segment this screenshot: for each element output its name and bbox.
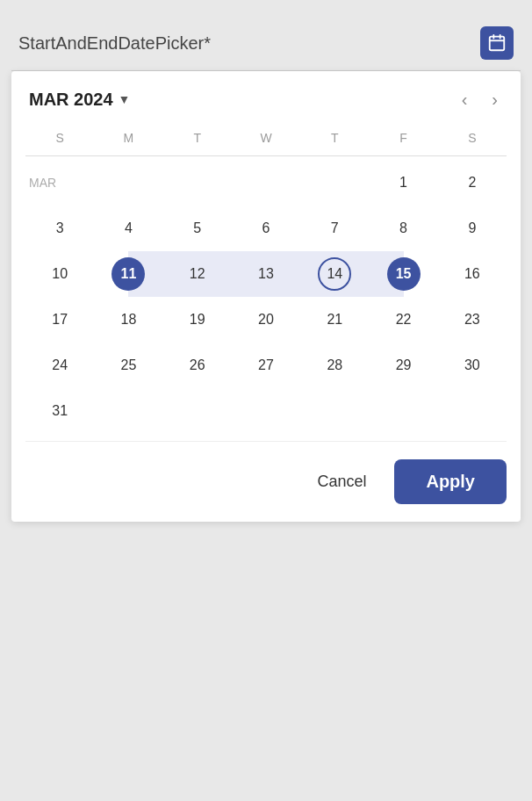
day-cell-26[interactable]: 26	[163, 343, 232, 388]
weekday-tue: T	[163, 127, 232, 148]
date-picker-container: MAR 2024 ▼ ‹ › S M T W T F S MAR 1	[11, 71, 521, 522]
day-num-21: 21	[318, 303, 351, 336]
day-num-19: 19	[181, 303, 214, 336]
day-num-14: 14	[318, 257, 351, 291]
day-cell-empty-c	[232, 388, 300, 434]
day-cell-3[interactable]: 3	[25, 206, 94, 251]
day-cell-25[interactable]: 25	[94, 343, 162, 388]
day-cell-18[interactable]: 18	[94, 297, 162, 343]
day-cell-28[interactable]: 28	[300, 343, 369, 388]
day-num-30: 30	[456, 349, 489, 382]
day-cell-empty-b	[163, 388, 232, 434]
month-name-label: MAR	[29, 176, 56, 190]
day-cell-31[interactable]: 31	[25, 388, 94, 434]
calendar-grid: MAR 1 2 3 4 5 6 7 8 9 10 1	[25, 160, 507, 434]
day-num-26: 26	[181, 349, 214, 382]
day-cell-23[interactable]: 23	[438, 297, 507, 343]
week-row-2: 10 11 12 13 14 15 16	[25, 251, 507, 297]
weekday-wed: W	[232, 127, 300, 148]
day-cell-11[interactable]: 11	[94, 251, 162, 297]
day-cell-12[interactable]: 12	[163, 251, 232, 297]
day-num-9: 9	[456, 212, 489, 245]
day-cell-14[interactable]: 14	[300, 251, 369, 297]
page-title: StartAndEndDatePicker*	[18, 33, 211, 54]
day-num-15: 15	[387, 257, 421, 291]
day-num-2: 2	[456, 166, 489, 199]
nav-arrows: ‹ ›	[457, 89, 503, 110]
next-month-button[interactable]: ›	[486, 89, 503, 110]
day-num-23: 23	[456, 303, 489, 336]
day-cell-24[interactable]: 24	[25, 343, 94, 388]
weekday-fri: F	[369, 127, 437, 148]
calendar-icon	[487, 33, 507, 53]
day-num-16: 16	[456, 257, 489, 291]
day-cell-20[interactable]: 20	[232, 297, 300, 343]
day-num-24: 24	[43, 349, 76, 382]
dropdown-arrow-icon: ▼	[119, 92, 131, 106]
day-cell-empty-f	[438, 388, 507, 434]
day-cell-empty-3	[232, 160, 300, 206]
day-num-11: 11	[111, 257, 145, 291]
day-cell-9[interactable]: 9	[438, 206, 507, 251]
day-num-13: 13	[249, 257, 283, 291]
day-num-8: 8	[387, 212, 421, 245]
day-cell-29[interactable]: 29	[369, 343, 437, 388]
day-num-1: 1	[387, 166, 421, 199]
footer: Cancel Apply	[25, 441, 507, 504]
month-year-text: MAR 2024	[29, 90, 113, 110]
week-row-1: 3 4 5 6 7 8 9	[25, 206, 507, 251]
day-cell-empty-1	[94, 160, 162, 206]
day-num-25: 25	[111, 349, 145, 382]
day-cell-empty-a	[94, 388, 162, 434]
day-cell-empty-e	[369, 388, 437, 434]
day-cell-19[interactable]: 19	[163, 297, 232, 343]
week-row-0: MAR 1 2	[25, 160, 507, 206]
day-cell-8[interactable]: 8	[369, 206, 437, 251]
weekday-mon: M	[94, 127, 162, 148]
month-name-cell: MAR	[25, 160, 94, 206]
day-cell-10[interactable]: 10	[25, 251, 94, 297]
day-num-3: 3	[43, 212, 76, 245]
week-row-3: 17 18 19 20 21 22 23	[25, 297, 507, 343]
day-cell-4[interactable]: 4	[94, 206, 162, 251]
prev-month-button[interactable]: ‹	[457, 89, 473, 110]
day-cell-17[interactable]: 17	[25, 297, 94, 343]
day-num-12: 12	[181, 257, 214, 291]
weekday-header: S M T W T F S	[25, 127, 507, 156]
day-cell-5[interactable]: 5	[163, 206, 232, 251]
day-cell-2[interactable]: 2	[438, 160, 507, 206]
week-row-5: 31	[25, 388, 507, 434]
weekday-sat: S	[438, 127, 507, 148]
month-navigation: MAR 2024 ▼ ‹ ›	[25, 89, 507, 110]
day-num-29: 29	[387, 349, 421, 382]
day-cell-empty-d	[300, 388, 369, 434]
day-cell-6[interactable]: 6	[232, 206, 300, 251]
day-cell-1[interactable]: 1	[369, 160, 437, 206]
apply-button[interactable]: Apply	[394, 459, 507, 504]
day-num-20: 20	[249, 303, 283, 336]
day-num-6: 6	[249, 212, 283, 245]
cancel-button[interactable]: Cancel	[303, 462, 380, 502]
day-num-22: 22	[387, 303, 421, 336]
day-num-31: 31	[43, 394, 76, 428]
day-num-5: 5	[181, 212, 214, 245]
day-cell-27[interactable]: 27	[232, 343, 300, 388]
day-cell-30[interactable]: 30	[438, 343, 507, 388]
calendar-icon-button[interactable]	[480, 26, 514, 60]
header-bar: StartAndEndDatePicker*	[11, 18, 521, 70]
day-num-18: 18	[111, 303, 145, 336]
day-num-27: 27	[249, 349, 283, 382]
day-num-4: 4	[111, 212, 145, 245]
day-cell-16[interactable]: 16	[438, 251, 507, 297]
day-cell-7[interactable]: 7	[300, 206, 369, 251]
day-cell-15[interactable]: 15	[369, 251, 437, 297]
day-cell-21[interactable]: 21	[300, 297, 369, 343]
day-cell-empty-2	[163, 160, 232, 206]
week-row-4: 24 25 26 27 28 29 30	[25, 343, 507, 388]
day-cell-13[interactable]: 13	[232, 251, 300, 297]
day-cell-22[interactable]: 22	[369, 297, 437, 343]
weekday-thu: T	[300, 127, 369, 148]
month-label[interactable]: MAR 2024 ▼	[29, 90, 130, 110]
day-num-28: 28	[318, 349, 351, 382]
day-cell-empty-4	[300, 160, 369, 206]
